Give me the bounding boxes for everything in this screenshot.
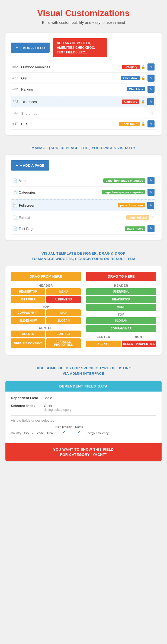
right-widget-agents[interactable]: AGENTS [86, 341, 121, 347]
edit-button[interactable]: ✎ [147, 75, 155, 82]
page-badge: page_fulltext [126, 215, 149, 220]
field-num: #27 [12, 76, 21, 80]
right-widget-recent-properties[interactable]: RECENT PROPERTIES [122, 341, 156, 347]
edit-button[interactable]: ✎ [147, 86, 155, 93]
badge-short: Short Input [119, 122, 140, 126]
list-item: 📄 Fullscreen page_fullscreen ✎ [11, 199, 156, 211]
dep-field-sub: Listing subcategory [43, 408, 71, 412]
widget-grid-4: SLIDESHOW SLOGAN [11, 317, 81, 324]
right-widget-menu[interactable]: MENU [86, 304, 156, 311]
dep-field-name: City [24, 431, 29, 435]
dep-field-value: Basic [43, 396, 52, 400]
add-page-row: + + ADD A PAGE [11, 160, 156, 171]
page-badge: page_homepage-cityguide [103, 178, 145, 183]
dep-visible-label: Visible fields under selected [11, 418, 156, 422]
widget-slogan[interactable]: SLOGAN [46, 317, 81, 324]
edit-button[interactable]: ✎ [147, 120, 155, 127]
widget-usermenu-1[interactable]: USERMENU [11, 296, 45, 303]
list-item: 📄 Categories page_homepage-categories ✎ [11, 187, 156, 198]
tooltip-bubble: ADD ANY NEW FIELD, AMENITIES CHECKBOX, T… [53, 38, 107, 57]
page-icon: 📄 [12, 190, 17, 194]
dep-divider [11, 415, 156, 416]
section2-label-text: MANAGE (ADD, REPLACE, EDIT) YOUR PAGES V… [31, 146, 136, 150]
page-icon: 📄 [12, 226, 17, 231]
widget-grid-6: DEFAULT CONTENT FEATURED PROPERTIES [11, 338, 81, 348]
field-name: Bus [21, 122, 118, 126]
page-name: Categories [19, 190, 100, 194]
page-name: Test Page [19, 227, 123, 231]
dep-field-name: ZIP code [32, 431, 44, 435]
list-item: #52 Outdoor Amenities Category 🔒 ✎ [11, 62, 156, 73]
dep-field-zip: ZIP code [32, 431, 44, 435]
badge-checkbox: Checkbox [121, 76, 140, 80]
right-widget-companymap[interactable]: COMPANYMAP [86, 325, 156, 332]
field-name: Parking [21, 87, 125, 91]
dep-field-city: City [24, 431, 29, 435]
add-field-button[interactable]: + + ADD A FIELD [11, 43, 50, 53]
drag-card: DRAG FROM HERE HEADER HEADERTOP MENU USE… [5, 266, 162, 355]
section4-label: HIDE SOME FIELDS FOR SPECIFIC TYPE OF LI… [0, 360, 167, 378]
dep-index-value: Yacht [43, 404, 71, 408]
add-page-button[interactable]: + + ADD A PAGE [11, 160, 49, 171]
widget-slideshow[interactable]: SLIDESHOW [11, 317, 45, 324]
widget-agents[interactable]: AGENTS [11, 331, 45, 337]
edit-button[interactable]: ✎ [147, 98, 154, 105]
section3-label: VISUAL TEMPLATE DESIGNER, DRAG & DROPTO … [0, 245, 167, 264]
show-field-button[interactable]: YOU WANT TO SHOW THIS FIELDFOR CATEGORY … [5, 443, 162, 461]
widget-featured-properties[interactable]: FEATURED PROPERTIES [46, 338, 81, 348]
check-icon: ✔ [62, 430, 66, 435]
badge-category: Category [122, 100, 139, 104]
page-badge: page_fullscreen [118, 203, 145, 207]
page-name: Fullscreen [19, 203, 116, 207]
widget-map[interactable]: MAP [46, 309, 81, 316]
field-name: Grill [21, 76, 119, 80]
edit-button[interactable]: ✎ [147, 189, 155, 196]
widget-grid-2: USERMENU USERMENU [11, 296, 81, 303]
drag-to-column: DRAG TO HERE HEADER USERMENU HEADERTOP M… [84, 269, 159, 352]
page-icon: 📄 [13, 203, 17, 207]
widget-contact[interactable]: CONTACT [46, 331, 81, 337]
widget-default-content[interactable]: DEFAULT CONTENT [11, 338, 45, 348]
field-name: Distances [21, 100, 120, 104]
dep-field-name: Country [11, 431, 21, 435]
list-item: #32 Parking Checkbox ✎ [11, 84, 156, 95]
widget-menu[interactable]: MENU [46, 288, 81, 295]
widget-grid-1: HEADERTOP MENU [11, 288, 81, 295]
show-field-label: YOU WANT TO SHOW THIS FIELDFOR CATEGORY … [53, 447, 114, 456]
edit-button[interactable]: ✎ [147, 202, 154, 209]
hero-section: Visual Customizations Build with customi… [0, 0, 167, 30]
dep-field-name: Size preicise [56, 425, 72, 428]
right-widget-usermenu[interactable]: USERMENU [86, 288, 156, 295]
pages-card: + + ADD A PAGE 📄 Map page_homepage-cityg… [5, 155, 162, 240]
drag-to-header: DRAG TO HERE [86, 272, 156, 281]
list-item: 📄 Map page_homepage-cityguide ✎ [11, 175, 156, 187]
field-num: #32 [12, 87, 21, 91]
drag-container: DRAG FROM HERE HEADER HEADERTOP MENU USE… [8, 269, 159, 352]
edit-button[interactable]: ✎ [147, 225, 155, 232]
dep-field-size: Size preicise ✔ [56, 425, 72, 435]
add-field-label: + ADD A FIELD [20, 46, 45, 50]
widget-usermenu-2[interactable]: USERMENU [46, 296, 81, 303]
list-item: #47 Bus Short Input 🔒 ✎ [11, 118, 156, 130]
widget-companymap[interactable]: COMPANYMAP [11, 309, 45, 316]
widget-headertop[interactable]: HEADERTOP [11, 288, 45, 295]
dep-body: Dependent Field Basic Selected Index Yac… [5, 392, 162, 443]
edit-button[interactable]: ✎ [147, 177, 155, 184]
right-center-label: CENTER [86, 335, 121, 338]
lock-icon: 🔒 [141, 100, 145, 104]
dep-index-values: Yacht Listing subcategory [43, 404, 71, 412]
dep-field-country: Country [11, 431, 21, 435]
right-widget-slogan[interactable]: SLOGAN [86, 317, 156, 324]
widget-grid-5: AGENTS CONTACT [11, 331, 81, 337]
right-widget-headertop[interactable]: HEADERTOP [86, 296, 156, 303]
dep-card: DEPENDENT FIELD DATA Dependent Field Bas… [5, 381, 162, 461]
edit-button[interactable]: ✎ [147, 63, 155, 71]
page-icon: 📄 [12, 178, 17, 183]
left-header-label: HEADER [11, 284, 81, 287]
list-item: 📄 Fulltext page_fulltext ☞ [11, 212, 156, 223]
page-subtitle: Build with customizability and easy to u… [5, 20, 162, 25]
lock-icon: 🔒 [141, 122, 145, 126]
dep-header: DEPENDENT FIELD DATA [5, 381, 162, 392]
dep-field-name: Roms [75, 425, 83, 428]
page-badge: page_news [125, 226, 145, 231]
